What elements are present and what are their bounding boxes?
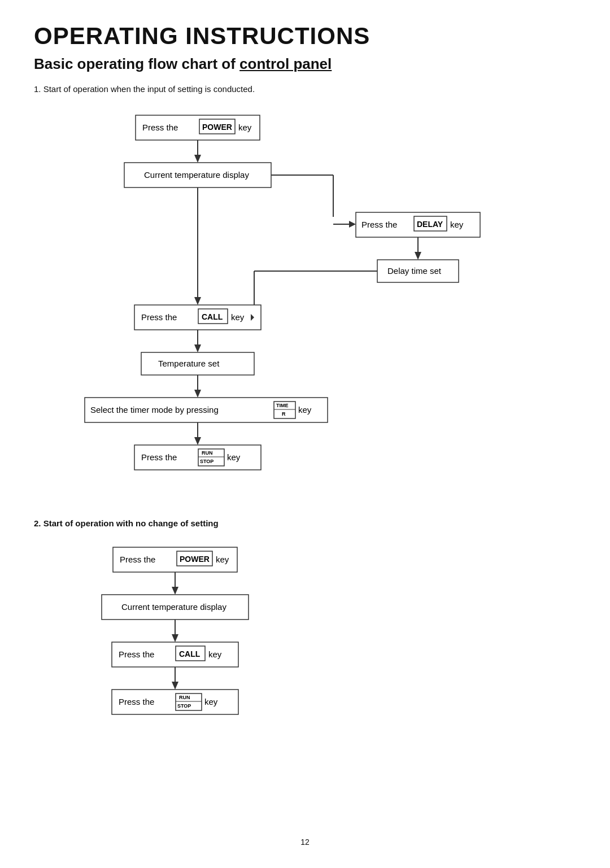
svg-text:key: key [298,405,312,415]
subtitle-text: Basic operating flow chart of [34,55,236,72]
svg-text:key: key [450,220,464,229]
svg-text:CALL: CALL [179,649,201,658]
section1-label: 1. Start of operation when the input of … [34,84,576,94]
svg-text:Current temperature display: Current temperature display [144,170,249,180]
svg-marker-47 [194,437,201,445]
page-number: 12 [34,838,576,847]
subtitle: Basic operating flow chart of control pa… [34,55,576,73]
svg-text:Press the: Press the [120,555,155,564]
svg-text:key: key [227,452,241,462]
svg-text:Select the timer mode by press: Select the timer mode by pressing [90,405,219,415]
svg-text:DELAY: DELAY [417,220,443,229]
svg-text:key: key [204,697,218,706]
svg-text:TIME: TIME [276,403,289,408]
svg-text:Press the: Press the [141,452,177,462]
svg-text:key: key [231,312,245,322]
svg-marker-12 [349,221,356,228]
svg-text:Temperature set: Temperature set [158,359,220,368]
svg-text:Current temperature display: Current temperature display [121,602,226,612]
svg-text:key: key [238,123,252,132]
svg-text:POWER: POWER [180,555,210,564]
flowchart2: Press the POWER key Current temperature … [68,536,350,818]
svg-marker-34 [194,344,201,352]
svg-marker-19 [415,252,421,260]
subtitle-underline: control panel [239,55,332,72]
svg-marker-26 [194,297,201,305]
svg-marker-38 [194,390,201,398]
svg-text:key: key [216,555,229,564]
svg-marker-61 [172,587,178,595]
svg-text:R: R [282,411,286,417]
svg-text:Press the: Press the [361,220,397,229]
svg-text:key: key [208,649,222,659]
svg-marker-6 [194,155,201,163]
main-title: OPERATING INSTRUCTIONS [34,23,576,50]
svg-text:RUN: RUN [202,450,213,456]
svg-text:STOP: STOP [200,459,213,464]
svg-text:RUN: RUN [179,695,190,700]
section2-label: 2. Start of operation with no change of … [34,518,576,528]
svg-marker-65 [172,634,178,642]
flowchart1: Press the POWER key Current temperature … [68,104,508,499]
svg-text:STOP: STOP [177,703,191,709]
svg-text:Delay time set: Delay time set [387,266,442,276]
svg-marker-72 [172,682,178,690]
svg-text:POWER: POWER [202,123,232,132]
svg-text:CALL: CALL [202,312,223,321]
svg-text:Press the: Press the [119,649,154,659]
svg-text:Press the: Press the [119,697,154,706]
svg-text:Press the: Press the [142,123,178,132]
svg-text:Press the: Press the [141,312,177,322]
